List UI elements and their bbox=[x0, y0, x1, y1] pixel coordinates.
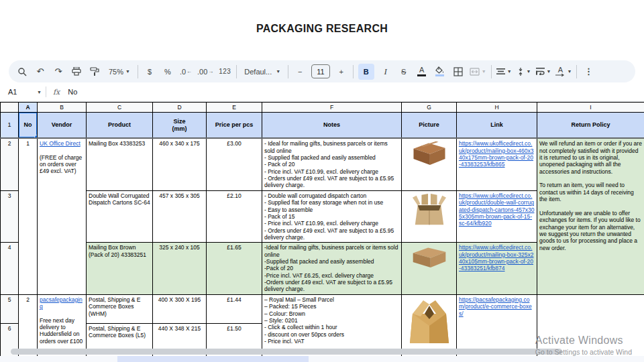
column-header-d[interactable]: D bbox=[153, 103, 207, 113]
column-header-g[interactable]: G bbox=[402, 103, 457, 113]
row-header-1[interactable]: 1 bbox=[1, 113, 19, 138]
cell-product[interactable]: Mailing Box Brown (Pack of 20) 43383251 bbox=[87, 243, 153, 295]
column-header-e[interactable]: E bbox=[207, 103, 262, 113]
header-cell-size[interactable]: Size (mm) bbox=[153, 113, 207, 138]
cell-vendor-1[interactable]: UK Office Direct (FREE of charge on orde… bbox=[38, 138, 87, 294]
select-all-corner[interactable] bbox=[1, 103, 19, 113]
header-cell-price[interactable]: Price per pcs bbox=[207, 113, 262, 138]
text-wrap-icon bbox=[536, 68, 545, 75]
cell-product[interactable]: Postal, Shipping & E Commerce Boxes (WHM… bbox=[87, 294, 153, 323]
header-cell-no[interactable]: No bbox=[19, 113, 38, 138]
product-link[interactable]: https://www.ukofficedirect.co.uk/product… bbox=[459, 192, 534, 227]
formula-input[interactable]: No bbox=[68, 88, 77, 96]
cell-link[interactable]: https://www.ukofficedirect.co.uk/product… bbox=[457, 243, 537, 295]
cell-return-policy[interactable] bbox=[537, 294, 644, 356]
cell-product[interactable]: Double Wall Corrugated Dispatch Cartons … bbox=[87, 190, 153, 243]
more-options-button[interactable]: ⋮ bbox=[582, 64, 595, 80]
strikethrough-button[interactable]: S bbox=[397, 64, 411, 80]
decrease-font-size-button[interactable]: − bbox=[293, 64, 307, 80]
column-header-a[interactable]: A bbox=[19, 103, 38, 113]
column-header-b[interactable]: B bbox=[38, 103, 87, 113]
header-cell-product[interactable]: Product bbox=[87, 113, 153, 138]
cell-notes[interactable]: - Ideal for mailing gifts, business parc… bbox=[262, 138, 402, 190]
vertical-align-button[interactable]: ▼ bbox=[517, 64, 531, 80]
text-rotation-button[interactable]: A ▼ bbox=[555, 64, 572, 80]
cell-vendor-2[interactable]: pacsafepackaging Free next day delivery … bbox=[38, 294, 87, 356]
row-header-2[interactable]: 2 bbox=[1, 138, 19, 190]
header-cell-picture[interactable]: Picture bbox=[402, 113, 457, 138]
header-cell-vendor[interactable]: Vendor bbox=[38, 113, 87, 138]
closed-box-image bbox=[409, 244, 449, 268]
cell-price[interactable]: £2.10 bbox=[207, 190, 262, 243]
formula-bar-divider bbox=[46, 86, 46, 97]
open-box-image bbox=[405, 296, 454, 347]
cell-no-1[interactable]: 1 bbox=[19, 138, 38, 294]
cell-price[interactable]: £3.00 bbox=[207, 138, 262, 190]
cell-size[interactable]: 400 X 300 X 195 bbox=[153, 294, 207, 323]
cell-notes[interactable]: – Royal Mail – Small Parcel – Packed: 15… bbox=[262, 294, 402, 356]
vertical-align-icon bbox=[517, 68, 525, 76]
borders-button[interactable] bbox=[451, 64, 465, 80]
fill-handle[interactable] bbox=[34, 135, 38, 138]
zoom-select[interactable]: 75% ▼ bbox=[106, 64, 133, 80]
product-link[interactable]: https://www.ukofficedirect.co.uk/product… bbox=[459, 244, 534, 272]
paint-format-button[interactable] bbox=[88, 64, 101, 80]
decrease-decimal-button[interactable]: .0← bbox=[179, 64, 193, 80]
italic-button[interactable]: I bbox=[379, 64, 392, 80]
search-button[interactable] bbox=[15, 64, 29, 80]
paint-roller-icon bbox=[90, 67, 99, 76]
redo-button[interactable]: ↷ bbox=[52, 64, 65, 80]
cell-picture[interactable] bbox=[402, 190, 457, 243]
cell-link[interactable]: https://www.ukofficedirect.co.uk/product… bbox=[457, 138, 537, 190]
row-header-5[interactable]: 5 bbox=[1, 294, 19, 323]
name-box[interactable]: A1 ▼ bbox=[0, 88, 42, 96]
font-size-input[interactable]: 11 bbox=[311, 64, 329, 78]
text-wrap-button[interactable]: ▼ bbox=[536, 64, 551, 80]
cell-size[interactable]: 457 x 305 x 305 bbox=[153, 190, 207, 243]
font-select[interactable]: Defaul... ▼ bbox=[241, 64, 283, 80]
increase-decimal-button[interactable]: .00→ bbox=[197, 64, 213, 80]
sheet-tab-highlight[interactable] bbox=[117, 356, 309, 362]
cell-notes[interactable]: -Ideal for mailing gifts, business parce… bbox=[262, 243, 402, 295]
cell-size[interactable]: 325 x 240 x 105 bbox=[153, 243, 207, 295]
row-header-3[interactable]: 3 bbox=[1, 190, 19, 243]
format-percent-button[interactable]: % bbox=[161, 64, 174, 80]
product-link[interactable]: https://pacsafepackaging.com/product/e-c… bbox=[459, 296, 532, 317]
cell-reference: A1 bbox=[8, 88, 17, 96]
undo-button[interactable]: ↶ bbox=[34, 64, 47, 80]
number-format-button[interactable]: 123 bbox=[218, 64, 231, 80]
cell-link[interactable]: https://www.ukofficedirect.co.uk/product… bbox=[457, 190, 537, 243]
horizontal-scrollbar-thumb[interactable] bbox=[11, 349, 562, 355]
text-color-button[interactable]: A bbox=[415, 64, 429, 80]
row-header-4[interactable]: 4 bbox=[1, 243, 19, 295]
fill-color-button[interactable] bbox=[433, 64, 447, 80]
cell-picture[interactable] bbox=[402, 243, 457, 295]
fx-icon: fx bbox=[53, 88, 60, 97]
print-button[interactable] bbox=[70, 64, 83, 80]
cell-return-policy[interactable]: We will refund an item or order if you a… bbox=[537, 138, 644, 294]
product-link[interactable]: https://www.ukofficedirect.co.uk/product… bbox=[459, 140, 534, 168]
format-currency-button[interactable]: $ bbox=[143, 64, 156, 80]
horizontal-align-button[interactable]: ▼ bbox=[496, 64, 512, 80]
merge-cells-button[interactable]: ▼ bbox=[470, 64, 486, 80]
vendor-link[interactable]: pacsafepackaging bbox=[40, 296, 83, 310]
increase-font-size-button[interactable]: + bbox=[335, 64, 348, 80]
column-header-i[interactable]: I bbox=[537, 103, 644, 113]
header-cell-return-policy[interactable]: Return Policy bbox=[537, 113, 644, 138]
cell-product[interactable]: Mailing Box 43383253 bbox=[87, 138, 153, 190]
column-header-f[interactable]: F bbox=[262, 103, 402, 113]
column-header-h[interactable]: H bbox=[457, 103, 537, 113]
vendor-link[interactable]: UK Office Direct bbox=[40, 140, 80, 147]
cell-picture[interactable] bbox=[402, 138, 457, 190]
header-cell-link[interactable]: Link bbox=[457, 113, 537, 138]
header-cell-notes[interactable]: Notes bbox=[262, 113, 402, 138]
cell-size[interactable]: 460 x 340 x 175 bbox=[153, 138, 207, 190]
cell-price[interactable]: £1.65 bbox=[207, 243, 262, 295]
cell-notes[interactable]: - Double wall corrugated dispatch carton… bbox=[262, 190, 402, 243]
column-header-c[interactable]: C bbox=[87, 103, 153, 113]
cell-link[interactable]: https://pacsafepackaging.com/product/e-c… bbox=[457, 294, 537, 356]
cell-price[interactable]: £1.44 bbox=[207, 294, 262, 323]
cell-picture[interactable] bbox=[402, 294, 457, 356]
bold-button[interactable]: B bbox=[358, 64, 374, 80]
cell-no-2[interactable]: 2 bbox=[19, 294, 38, 356]
